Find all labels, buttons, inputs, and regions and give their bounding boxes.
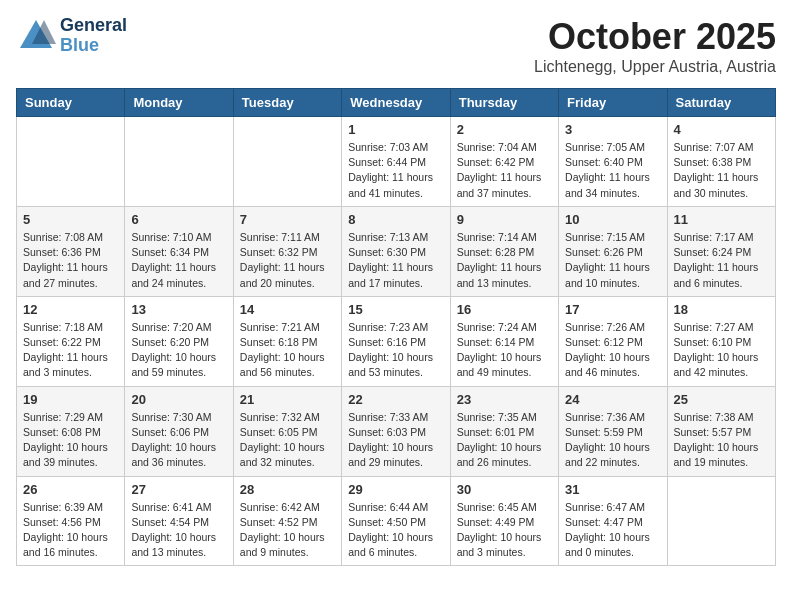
calendar-cell: 14Sunrise: 7:21 AM Sunset: 6:18 PM Dayli…	[233, 296, 341, 386]
calendar-body: 1Sunrise: 7:03 AM Sunset: 6:44 PM Daylig…	[17, 117, 776, 566]
day-info: Sunrise: 7:27 AM Sunset: 6:10 PM Dayligh…	[674, 320, 769, 381]
day-info: Sunrise: 7:08 AM Sunset: 6:36 PM Dayligh…	[23, 230, 118, 291]
day-number: 9	[457, 212, 552, 227]
day-number: 5	[23, 212, 118, 227]
day-info: Sunrise: 6:45 AM Sunset: 4:49 PM Dayligh…	[457, 500, 552, 561]
calendar-cell: 5Sunrise: 7:08 AM Sunset: 6:36 PM Daylig…	[17, 206, 125, 296]
calendar-cell	[667, 476, 775, 566]
day-info: Sunrise: 6:44 AM Sunset: 4:50 PM Dayligh…	[348, 500, 443, 561]
calendar-cell: 26Sunrise: 6:39 AM Sunset: 4:56 PM Dayli…	[17, 476, 125, 566]
day-info: Sunrise: 6:39 AM Sunset: 4:56 PM Dayligh…	[23, 500, 118, 561]
calendar-week-1: 1Sunrise: 7:03 AM Sunset: 6:44 PM Daylig…	[17, 117, 776, 207]
calendar-table: SundayMondayTuesdayWednesdayThursdayFrid…	[16, 88, 776, 566]
logo: General Blue	[16, 16, 127, 56]
day-info: Sunrise: 7:24 AM Sunset: 6:14 PM Dayligh…	[457, 320, 552, 381]
day-info: Sunrise: 7:29 AM Sunset: 6:08 PM Dayligh…	[23, 410, 118, 471]
calendar-cell: 3Sunrise: 7:05 AM Sunset: 6:40 PM Daylig…	[559, 117, 667, 207]
day-info: Sunrise: 7:17 AM Sunset: 6:24 PM Dayligh…	[674, 230, 769, 291]
day-number: 23	[457, 392, 552, 407]
calendar-cell: 21Sunrise: 7:32 AM Sunset: 6:05 PM Dayli…	[233, 386, 341, 476]
logo-text: General Blue	[60, 16, 127, 56]
day-info: Sunrise: 6:47 AM Sunset: 4:47 PM Dayligh…	[565, 500, 660, 561]
day-info: Sunrise: 7:30 AM Sunset: 6:06 PM Dayligh…	[131, 410, 226, 471]
day-number: 8	[348, 212, 443, 227]
day-info: Sunrise: 7:32 AM Sunset: 6:05 PM Dayligh…	[240, 410, 335, 471]
calendar-week-2: 5Sunrise: 7:08 AM Sunset: 6:36 PM Daylig…	[17, 206, 776, 296]
day-number: 27	[131, 482, 226, 497]
day-number: 10	[565, 212, 660, 227]
day-number: 18	[674, 302, 769, 317]
day-info: Sunrise: 7:03 AM Sunset: 6:44 PM Dayligh…	[348, 140, 443, 201]
calendar-cell: 9Sunrise: 7:14 AM Sunset: 6:28 PM Daylig…	[450, 206, 558, 296]
page-header: General Blue October 2025 Lichtenegg, Up…	[16, 16, 776, 76]
day-number: 20	[131, 392, 226, 407]
day-info: Sunrise: 6:41 AM Sunset: 4:54 PM Dayligh…	[131, 500, 226, 561]
day-number: 17	[565, 302, 660, 317]
day-info: Sunrise: 7:13 AM Sunset: 6:30 PM Dayligh…	[348, 230, 443, 291]
day-number: 29	[348, 482, 443, 497]
day-number: 11	[674, 212, 769, 227]
day-info: Sunrise: 7:23 AM Sunset: 6:16 PM Dayligh…	[348, 320, 443, 381]
day-info: Sunrise: 7:38 AM Sunset: 5:57 PM Dayligh…	[674, 410, 769, 471]
calendar-week-3: 12Sunrise: 7:18 AM Sunset: 6:22 PM Dayli…	[17, 296, 776, 386]
calendar-cell: 31Sunrise: 6:47 AM Sunset: 4:47 PM Dayli…	[559, 476, 667, 566]
month-title: October 2025	[534, 16, 776, 58]
calendar-cell: 20Sunrise: 7:30 AM Sunset: 6:06 PM Dayli…	[125, 386, 233, 476]
calendar-cell: 19Sunrise: 7:29 AM Sunset: 6:08 PM Dayli…	[17, 386, 125, 476]
calendar-cell: 10Sunrise: 7:15 AM Sunset: 6:26 PM Dayli…	[559, 206, 667, 296]
calendar-cell: 22Sunrise: 7:33 AM Sunset: 6:03 PM Dayli…	[342, 386, 450, 476]
day-number: 16	[457, 302, 552, 317]
weekday-header-monday: Monday	[125, 89, 233, 117]
calendar-week-4: 19Sunrise: 7:29 AM Sunset: 6:08 PM Dayli…	[17, 386, 776, 476]
day-number: 14	[240, 302, 335, 317]
day-number: 15	[348, 302, 443, 317]
day-number: 4	[674, 122, 769, 137]
calendar-cell: 8Sunrise: 7:13 AM Sunset: 6:30 PM Daylig…	[342, 206, 450, 296]
day-number: 25	[674, 392, 769, 407]
calendar-cell: 15Sunrise: 7:23 AM Sunset: 6:16 PM Dayli…	[342, 296, 450, 386]
day-number: 26	[23, 482, 118, 497]
calendar-cell: 6Sunrise: 7:10 AM Sunset: 6:34 PM Daylig…	[125, 206, 233, 296]
day-number: 31	[565, 482, 660, 497]
weekday-header-saturday: Saturday	[667, 89, 775, 117]
logo-icon	[16, 16, 56, 56]
calendar-cell: 11Sunrise: 7:17 AM Sunset: 6:24 PM Dayli…	[667, 206, 775, 296]
day-number: 6	[131, 212, 226, 227]
calendar-cell: 18Sunrise: 7:27 AM Sunset: 6:10 PM Dayli…	[667, 296, 775, 386]
day-info: Sunrise: 7:35 AM Sunset: 6:01 PM Dayligh…	[457, 410, 552, 471]
logo-blue: Blue	[60, 36, 127, 56]
calendar-cell	[125, 117, 233, 207]
day-number: 2	[457, 122, 552, 137]
day-number: 13	[131, 302, 226, 317]
day-number: 30	[457, 482, 552, 497]
calendar-cell: 30Sunrise: 6:45 AM Sunset: 4:49 PM Dayli…	[450, 476, 558, 566]
day-number: 22	[348, 392, 443, 407]
day-info: Sunrise: 7:07 AM Sunset: 6:38 PM Dayligh…	[674, 140, 769, 201]
day-number: 28	[240, 482, 335, 497]
calendar-cell: 1Sunrise: 7:03 AM Sunset: 6:44 PM Daylig…	[342, 117, 450, 207]
calendar-cell: 17Sunrise: 7:26 AM Sunset: 6:12 PM Dayli…	[559, 296, 667, 386]
weekday-header-sunday: Sunday	[17, 89, 125, 117]
calendar-cell: 4Sunrise: 7:07 AM Sunset: 6:38 PM Daylig…	[667, 117, 775, 207]
day-number: 3	[565, 122, 660, 137]
calendar-cell: 25Sunrise: 7:38 AM Sunset: 5:57 PM Dayli…	[667, 386, 775, 476]
day-number: 21	[240, 392, 335, 407]
day-info: Sunrise: 7:33 AM Sunset: 6:03 PM Dayligh…	[348, 410, 443, 471]
day-info: Sunrise: 7:10 AM Sunset: 6:34 PM Dayligh…	[131, 230, 226, 291]
calendar-cell	[17, 117, 125, 207]
weekday-header-friday: Friday	[559, 89, 667, 117]
calendar-week-5: 26Sunrise: 6:39 AM Sunset: 4:56 PM Dayli…	[17, 476, 776, 566]
day-info: Sunrise: 7:14 AM Sunset: 6:28 PM Dayligh…	[457, 230, 552, 291]
day-info: Sunrise: 6:42 AM Sunset: 4:52 PM Dayligh…	[240, 500, 335, 561]
day-info: Sunrise: 7:11 AM Sunset: 6:32 PM Dayligh…	[240, 230, 335, 291]
day-info: Sunrise: 7:21 AM Sunset: 6:18 PM Dayligh…	[240, 320, 335, 381]
calendar-cell: 7Sunrise: 7:11 AM Sunset: 6:32 PM Daylig…	[233, 206, 341, 296]
day-info: Sunrise: 7:04 AM Sunset: 6:42 PM Dayligh…	[457, 140, 552, 201]
day-info: Sunrise: 7:05 AM Sunset: 6:40 PM Dayligh…	[565, 140, 660, 201]
day-info: Sunrise: 7:36 AM Sunset: 5:59 PM Dayligh…	[565, 410, 660, 471]
day-number: 24	[565, 392, 660, 407]
day-number: 12	[23, 302, 118, 317]
day-number: 7	[240, 212, 335, 227]
day-info: Sunrise: 7:26 AM Sunset: 6:12 PM Dayligh…	[565, 320, 660, 381]
day-info: Sunrise: 7:15 AM Sunset: 6:26 PM Dayligh…	[565, 230, 660, 291]
